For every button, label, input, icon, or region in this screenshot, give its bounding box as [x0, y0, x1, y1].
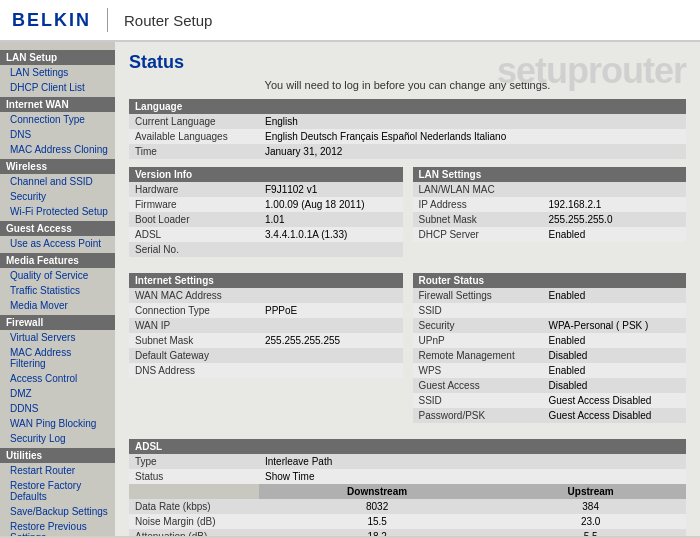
sidebar-item[interactable]: Security — [0, 189, 115, 204]
table-row: TypeInterleave Path — [129, 454, 686, 469]
table-header-row: Version Info — [129, 167, 403, 182]
table-header-row: Router Status — [413, 273, 687, 288]
table-row: SSIDGuest Access Disabled — [413, 393, 687, 408]
section-table: LanguageCurrent LanguageEnglishAvailable… — [129, 99, 686, 159]
sidebar: LAN SetupLAN SettingsDHCP Client ListInt… — [0, 42, 115, 536]
section-table: Router StatusFirewall SettingsEnabledSSI… — [413, 273, 687, 423]
version-lan-row: Version InfoHardwareF9J1102 v1Firmware1.… — [129, 167, 686, 265]
sidebar-item[interactable]: Save/Backup Settings — [0, 504, 115, 519]
sidebar-item[interactable]: DMZ — [0, 386, 115, 401]
version-div: Version InfoHardwareF9J1102 v1Firmware1.… — [129, 167, 403, 265]
table-row: UPnPEnabled — [413, 333, 687, 348]
table-row: ADSL3.4.4.1.0.1A (1.33) — [129, 227, 403, 242]
lan-div: LAN SettingsLAN/WLAN MACIP Address192.16… — [413, 167, 687, 265]
sidebar-item[interactable]: Restore Previous Settings — [0, 519, 115, 536]
table-row: Serial No. — [129, 242, 403, 257]
adsl-header-row: ADSL — [129, 439, 686, 454]
sidebar-item[interactable]: WAN Ping Blocking — [0, 416, 115, 431]
sidebar-item[interactable]: Media Mover — [0, 298, 115, 313]
internet-router-row: Internet SettingsWAN MAC AddressConnecti… — [129, 273, 686, 431]
table-row: Guest AccessDisabled — [413, 378, 687, 393]
sidebar-item[interactable]: MAC Address Cloning — [0, 142, 115, 157]
table-row: Subnet Mask255.255.255.0 — [413, 212, 687, 227]
section-table: Version InfoHardwareF9J1102 v1Firmware1.… — [129, 167, 403, 257]
header: BELKIN Router Setup — [0, 0, 700, 42]
table-header-row: Language — [129, 99, 686, 114]
brand-logo: BELKIN — [12, 10, 91, 31]
sidebar-section-header: Media Features — [0, 253, 115, 268]
page-title: Router Setup — [124, 12, 212, 29]
sidebar-item[interactable]: LAN Settings — [0, 65, 115, 80]
table-row: Noise Margin (dB) 15.5 23.0 — [129, 514, 686, 529]
table-row: WAN MAC Address — [129, 288, 403, 303]
sidebar-item[interactable]: Connection Type — [0, 112, 115, 127]
table-row: Connection TypePPPoE — [129, 303, 403, 318]
table-row: WPSEnabled — [413, 363, 687, 378]
sidebar-item[interactable]: Traffic Statistics — [0, 283, 115, 298]
sidebar-item[interactable]: MAC Address Filtering — [0, 345, 115, 371]
sidebar-item[interactable]: Restore Factory Defaults — [0, 478, 115, 504]
table-row: Current LanguageEnglish — [129, 114, 686, 129]
login-notice: You will need to log in before you can c… — [129, 79, 686, 91]
internet-div: Internet SettingsWAN MAC AddressConnecti… — [129, 273, 403, 431]
header-divider — [107, 8, 108, 32]
sidebar-item[interactable]: Security Log — [0, 431, 115, 446]
table-row: StatusShow Time — [129, 469, 686, 484]
table-row: DNS Address — [129, 363, 403, 378]
table-row: Attenuation (dB) 18.2 5.5 — [129, 529, 686, 536]
table-header-row: LAN Settings — [413, 167, 687, 182]
table-row: Firmware1.00.09 (Aug 18 2011) — [129, 197, 403, 212]
sidebar-item[interactable]: Wi-Fi Protected Setup — [0, 204, 115, 219]
table-row: DHCP ServerEnabled — [413, 227, 687, 242]
sidebar-item[interactable]: DDNS — [0, 401, 115, 416]
table-row: Default Gateway — [129, 348, 403, 363]
sidebar-item[interactable]: Use as Access Point — [0, 236, 115, 251]
section-table: LAN SettingsLAN/WLAN MACIP Address192.16… — [413, 167, 687, 242]
table-row: Subnet Mask255.255.255.255 — [129, 333, 403, 348]
table-row: SSID — [413, 303, 687, 318]
sidebar-item[interactable]: DNS — [0, 127, 115, 142]
sidebar-item[interactable]: DHCP Client List — [0, 80, 115, 95]
table-row: SecurityWPA-Personal ( PSK ) — [413, 318, 687, 333]
table-row: Password/PSKGuest Access Disabled — [413, 408, 687, 423]
layout: LAN SetupLAN SettingsDHCP Client ListInt… — [0, 42, 700, 536]
sidebar-section-header: Wireless — [0, 159, 115, 174]
table-row: LAN/WLAN MAC — [413, 182, 687, 197]
table-row: Available LanguagesEnglish Deutsch Franç… — [129, 129, 686, 144]
sidebar-section-header: Internet WAN — [0, 97, 115, 112]
table-row: HardwareF9J1102 v1 — [129, 182, 403, 197]
table-row: Boot Loader1.01 — [129, 212, 403, 227]
sidebar-item[interactable]: Restart Router — [0, 463, 115, 478]
sidebar-section-header: LAN Setup — [0, 50, 115, 65]
table-row: Firewall SettingsEnabled — [413, 288, 687, 303]
adsl-table: ADSLTypeInterleave PathStatusShow Time D… — [129, 439, 686, 536]
status-title: Status — [129, 52, 184, 72]
section-table: Internet SettingsWAN MAC AddressConnecti… — [129, 273, 403, 378]
table-row: IP Address192.168.2.1 — [413, 197, 687, 212]
table-header-row: Internet Settings — [129, 273, 403, 288]
sidebar-section-header: Guest Access — [0, 221, 115, 236]
table-row: TimeJanuary 31, 2012 — [129, 144, 686, 159]
sidebar-section-header: Firewall — [0, 315, 115, 330]
table-row: WAN IP — [129, 318, 403, 333]
table-row: Data Rate (kbps) 8032 384 — [129, 499, 686, 514]
sidebar-item[interactable]: Channel and SSID — [0, 174, 115, 189]
main-content: Status setuprouter You will need to log … — [115, 42, 700, 536]
sidebar-item[interactable]: Virtual Servers — [0, 330, 115, 345]
adsl-subheader-row: Downstream Upstream — [129, 484, 686, 499]
table-row: Remote ManagementDisabled — [413, 348, 687, 363]
status-title-area: Status setuprouter — [129, 52, 686, 73]
sidebar-item[interactable]: Access Control — [0, 371, 115, 386]
sidebar-item[interactable]: Quality of Service — [0, 268, 115, 283]
router-status-div: Router StatusFirewall SettingsEnabledSSI… — [413, 273, 687, 431]
sidebar-section-header: Utilities — [0, 448, 115, 463]
